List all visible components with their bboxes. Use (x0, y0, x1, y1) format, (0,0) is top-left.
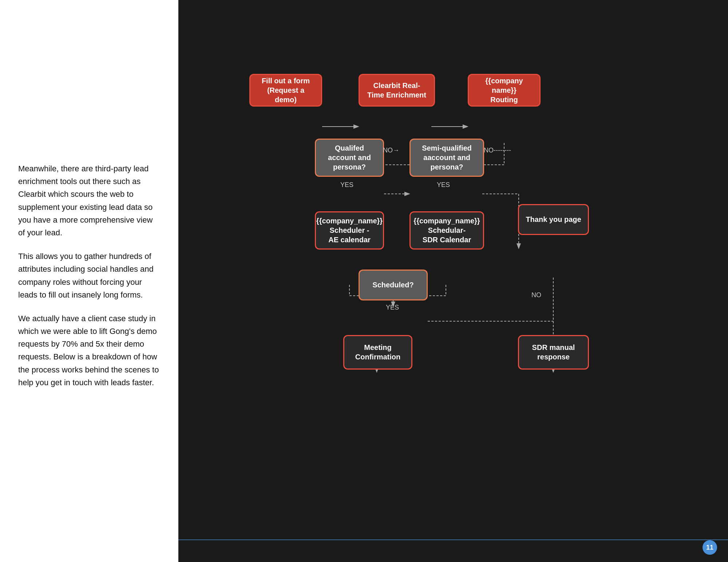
label-no3: NO (531, 291, 541, 299)
label-no1: NO→ (383, 147, 399, 154)
node-scheduled: Scheduled? (359, 270, 428, 300)
flowchart-arrows (202, 45, 704, 518)
node-meeting-confirmation: MeetingConfirmation (343, 335, 412, 370)
left-panel: Meanwhile, there are third-party lead en… (0, 0, 178, 562)
paragraph-3: We actually have a client case study in … (18, 312, 160, 389)
flowchart: Fill out a form(Request a demo) Clearbit… (202, 45, 704, 518)
paragraph-1: Meanwhile, there are third-party lead en… (18, 162, 160, 239)
label-no2: NO-------- (484, 147, 511, 154)
node-qualified: Qualifedaccount andpersona? (315, 139, 384, 177)
page-number: 11 (703, 540, 717, 555)
node-clearbit: Clearbit Real-Time Enrichment (359, 74, 435, 107)
label-yes1: YES (340, 181, 353, 189)
node-company-routing: {{company name}}Routing (468, 74, 541, 107)
node-sdr-manual: SDR manualresponse (518, 335, 589, 370)
right-panel: Fill out a form(Request a demo) Clearbit… (178, 0, 728, 562)
node-thank-you: Thank you page (518, 204, 589, 235)
node-ae-scheduler: {{company_name}}Scheduler -AE calendar (315, 211, 384, 250)
node-sdr-scheduler: {{company_name}}Schedular-SDR Calendar (410, 211, 484, 250)
divider-line (178, 539, 728, 540)
label-yes3: YES (386, 304, 399, 311)
label-yes2: YES (437, 181, 450, 189)
node-semi-qualified: Semi-qualifiedaaccount andpersona? (410, 139, 484, 177)
paragraph-2: This allows you to gather hundreds of at… (18, 250, 160, 301)
node-fill-form: Fill out a form(Request a demo) (249, 74, 322, 107)
